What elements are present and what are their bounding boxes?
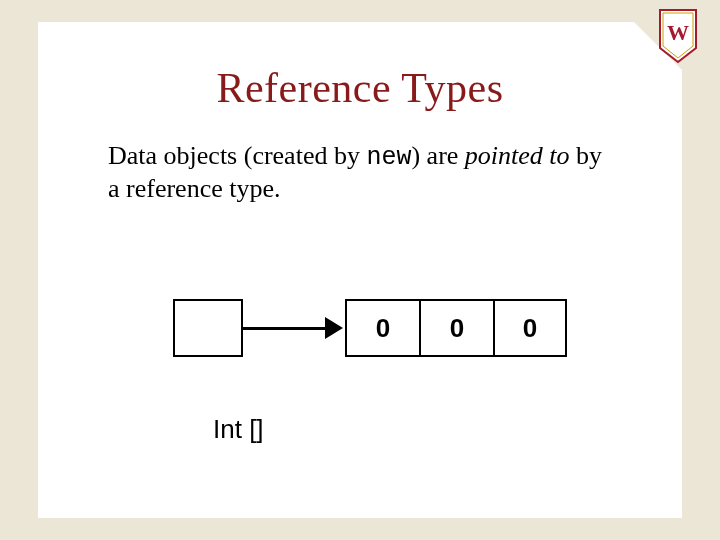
array-cell: 0	[493, 299, 567, 357]
body-keyword: new	[366, 143, 411, 172]
slide-card: Reference Types Data objects (created by…	[38, 22, 682, 518]
uw-crest-logo: W	[658, 8, 698, 64]
reference-diagram: 0 0 0	[173, 287, 593, 377]
arrow-shaft	[243, 327, 331, 330]
array-cell: 0	[345, 299, 419, 357]
slide-title: Reference Types	[38, 22, 682, 112]
arrow-head-icon	[325, 317, 343, 339]
slide-body: Data objects (created by new) are pointe…	[38, 112, 682, 206]
reference-box	[173, 299, 243, 357]
body-mid: ) are	[411, 141, 464, 170]
body-italic: pointed to	[465, 141, 570, 170]
type-label: Int []	[213, 414, 264, 445]
array-cell: 0	[419, 299, 493, 357]
svg-text:W: W	[667, 20, 689, 45]
body-prefix: Data objects (created by	[108, 141, 366, 170]
array-object: 0 0 0	[345, 299, 567, 357]
